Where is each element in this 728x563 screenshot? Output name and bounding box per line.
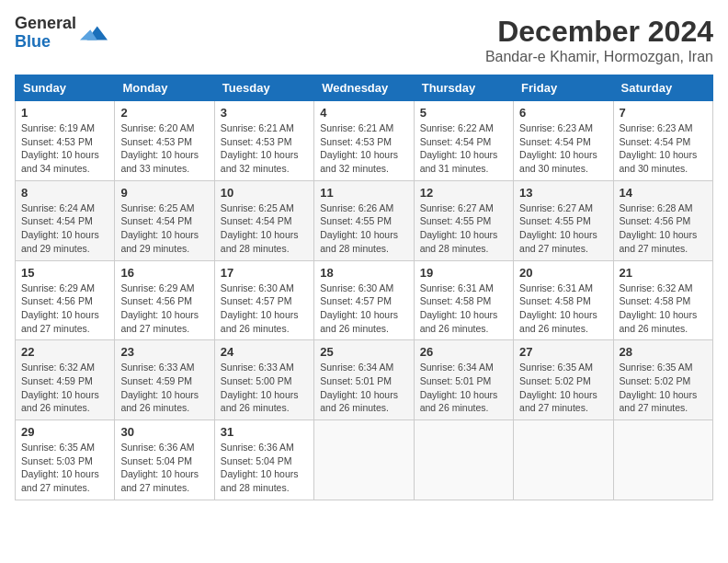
logo-blue: Blue: [15, 33, 76, 52]
day-detail: Sunrise: 6:23 AMSunset: 4:54 PMDaylight:…: [620, 122, 698, 174]
calendar-week-row: 1 Sunrise: 6:19 AMSunset: 4:53 PMDayligh…: [16, 101, 713, 181]
logo-icon: [80, 19, 108, 47]
day-detail: Sunrise: 6:30 AMSunset: 4:57 PMDaylight:…: [320, 282, 398, 334]
table-row: 13 Sunrise: 6:27 AMSunset: 4:55 PMDaylig…: [514, 180, 613, 260]
day-detail: Sunrise: 6:34 AMSunset: 5:01 PMDaylight:…: [420, 362, 498, 413]
day-detail: Sunrise: 6:33 AMSunset: 4:59 PMDaylight:…: [120, 362, 199, 413]
day-number: 31: [221, 425, 308, 439]
month-title: December 2024: [485, 15, 713, 49]
day-number: 2: [120, 106, 208, 120]
table-row: 26 Sunrise: 6:34 AMSunset: 5:01 PMDaylig…: [414, 340, 513, 420]
table-row: 16 Sunrise: 6:29 AMSunset: 4:56 PMDaylig…: [115, 260, 214, 340]
day-detail: Sunrise: 6:26 AMSunset: 4:55 PMDaylight:…: [320, 202, 398, 254]
day-detail: Sunrise: 6:28 AMSunset: 4:56 PMDaylight:…: [620, 202, 698, 254]
page-header: General Blue December 2024 Bandar-e Kham…: [15, 15, 713, 65]
day-number: 26: [420, 345, 507, 359]
day-number: 12: [420, 186, 507, 200]
day-detail: Sunrise: 6:36 AMSunset: 5:04 PMDaylight:…: [120, 442, 199, 493]
calendar-header-row: Sunday Monday Tuesday Wednesday Thursday…: [16, 75, 713, 101]
table-row: 23 Sunrise: 6:33 AMSunset: 4:59 PMDaylig…: [115, 340, 214, 420]
day-number: 5: [420, 106, 507, 120]
col-friday: Friday: [514, 75, 613, 101]
day-number: 3: [221, 106, 308, 120]
day-detail: Sunrise: 6:34 AMSunset: 5:01 PMDaylight:…: [320, 362, 398, 413]
table-row: 2 Sunrise: 6:20 AMSunset: 4:53 PMDayligh…: [115, 101, 214, 181]
table-row: 8 Sunrise: 6:24 AMSunset: 4:54 PMDayligh…: [16, 180, 115, 260]
day-detail: Sunrise: 6:23 AMSunset: 4:54 PMDaylight:…: [519, 122, 597, 174]
day-number: 20: [519, 266, 607, 280]
col-saturday: Saturday: [613, 75, 712, 101]
day-detail: Sunrise: 6:31 AMSunset: 4:58 PMDaylight:…: [420, 282, 498, 334]
day-detail: Sunrise: 6:20 AMSunset: 4:53 PMDaylight:…: [120, 122, 199, 174]
table-row: [414, 420, 513, 500]
day-detail: Sunrise: 6:27 AMSunset: 4:55 PMDaylight:…: [420, 202, 498, 254]
table-row: [613, 420, 712, 500]
logo: General Blue: [15, 15, 108, 52]
table-row: [314, 420, 414, 500]
table-row: 17 Sunrise: 6:30 AMSunset: 4:57 PMDaylig…: [214, 260, 313, 340]
calendar-week-row: 29 Sunrise: 6:35 AMSunset: 5:03 PMDaylig…: [16, 420, 713, 500]
day-number: 18: [320, 266, 407, 280]
table-row: 22 Sunrise: 6:32 AMSunset: 4:59 PMDaylig…: [16, 340, 115, 420]
table-row: 21 Sunrise: 6:32 AMSunset: 4:58 PMDaylig…: [613, 260, 712, 340]
day-detail: Sunrise: 6:32 AMSunset: 4:58 PMDaylight:…: [620, 282, 698, 334]
day-detail: Sunrise: 6:25 AMSunset: 4:54 PMDaylight:…: [120, 202, 199, 254]
table-row: 28 Sunrise: 6:35 AMSunset: 5:02 PMDaylig…: [613, 340, 712, 420]
day-detail: Sunrise: 6:19 AMSunset: 4:53 PMDaylight:…: [21, 122, 99, 174]
table-row: 14 Sunrise: 6:28 AMSunset: 4:56 PMDaylig…: [613, 180, 712, 260]
day-number: 28: [620, 345, 707, 359]
table-row: 1 Sunrise: 6:19 AMSunset: 4:53 PMDayligh…: [16, 101, 115, 181]
table-row: 12 Sunrise: 6:27 AMSunset: 4:55 PMDaylig…: [414, 180, 513, 260]
day-number: 29: [21, 425, 108, 439]
day-detail: Sunrise: 6:27 AMSunset: 4:55 PMDaylight:…: [519, 202, 597, 254]
day-detail: Sunrise: 6:25 AMSunset: 4:54 PMDaylight:…: [221, 202, 299, 254]
day-number: 15: [21, 266, 108, 280]
col-monday: Monday: [115, 75, 214, 101]
col-sunday: Sunday: [16, 75, 115, 101]
day-detail: Sunrise: 6:35 AMSunset: 5:02 PMDaylight:…: [620, 362, 698, 413]
day-number: 11: [320, 186, 407, 200]
table-row: [514, 420, 613, 500]
day-number: 8: [21, 186, 108, 200]
day-detail: Sunrise: 6:33 AMSunset: 5:00 PMDaylight:…: [221, 362, 299, 413]
table-row: 27 Sunrise: 6:35 AMSunset: 5:02 PMDaylig…: [514, 340, 613, 420]
day-number: 7: [620, 106, 707, 120]
col-thursday: Thursday: [414, 75, 513, 101]
col-tuesday: Tuesday: [214, 75, 313, 101]
table-row: 18 Sunrise: 6:30 AMSunset: 4:57 PMDaylig…: [314, 260, 414, 340]
table-row: 11 Sunrise: 6:26 AMSunset: 4:55 PMDaylig…: [314, 180, 414, 260]
table-row: 30 Sunrise: 6:36 AMSunset: 5:04 PMDaylig…: [115, 420, 214, 500]
table-row: 24 Sunrise: 6:33 AMSunset: 5:00 PMDaylig…: [214, 340, 313, 420]
table-row: 5 Sunrise: 6:22 AMSunset: 4:54 PMDayligh…: [414, 101, 513, 181]
day-detail: Sunrise: 6:35 AMSunset: 5:02 PMDaylight:…: [519, 362, 597, 413]
table-row: 19 Sunrise: 6:31 AMSunset: 4:58 PMDaylig…: [414, 260, 513, 340]
calendar-table: Sunday Monday Tuesday Wednesday Thursday…: [15, 75, 713, 500]
table-row: 7 Sunrise: 6:23 AMSunset: 4:54 PMDayligh…: [613, 101, 712, 181]
day-number: 1: [21, 106, 108, 120]
day-detail: Sunrise: 6:21 AMSunset: 4:53 PMDaylight:…: [320, 122, 398, 174]
day-number: 13: [519, 186, 607, 200]
day-detail: Sunrise: 6:32 AMSunset: 4:59 PMDaylight:…: [21, 362, 99, 413]
table-row: 4 Sunrise: 6:21 AMSunset: 4:53 PMDayligh…: [314, 101, 414, 181]
day-number: 21: [620, 266, 707, 280]
day-number: 6: [519, 106, 607, 120]
day-detail: Sunrise: 6:29 AMSunset: 4:56 PMDaylight:…: [21, 282, 99, 334]
day-number: 16: [120, 266, 208, 280]
day-detail: Sunrise: 6:31 AMSunset: 4:58 PMDaylight:…: [519, 282, 597, 334]
table-row: 15 Sunrise: 6:29 AMSunset: 4:56 PMDaylig…: [16, 260, 115, 340]
day-number: 23: [120, 345, 208, 359]
calendar-week-row: 22 Sunrise: 6:32 AMSunset: 4:59 PMDaylig…: [16, 340, 713, 420]
day-detail: Sunrise: 6:35 AMSunset: 5:03 PMDaylight:…: [21, 442, 99, 493]
day-detail: Sunrise: 6:21 AMSunset: 4:53 PMDaylight:…: [221, 122, 299, 174]
logo-text: General Blue: [15, 15, 76, 52]
table-row: 29 Sunrise: 6:35 AMSunset: 5:03 PMDaylig…: [16, 420, 115, 500]
day-detail: Sunrise: 6:24 AMSunset: 4:54 PMDaylight:…: [21, 202, 99, 254]
day-detail: Sunrise: 6:29 AMSunset: 4:56 PMDaylight:…: [120, 282, 199, 334]
table-row: 9 Sunrise: 6:25 AMSunset: 4:54 PMDayligh…: [115, 180, 214, 260]
table-row: 31 Sunrise: 6:36 AMSunset: 5:04 PMDaylig…: [214, 420, 313, 500]
day-number: 14: [620, 186, 707, 200]
location-title: Bandar-e Khamir, Hormozgan, Iran: [485, 49, 713, 65]
day-number: 22: [21, 345, 108, 359]
logo-general: General: [15, 15, 76, 33]
col-wednesday: Wednesday: [314, 75, 414, 101]
